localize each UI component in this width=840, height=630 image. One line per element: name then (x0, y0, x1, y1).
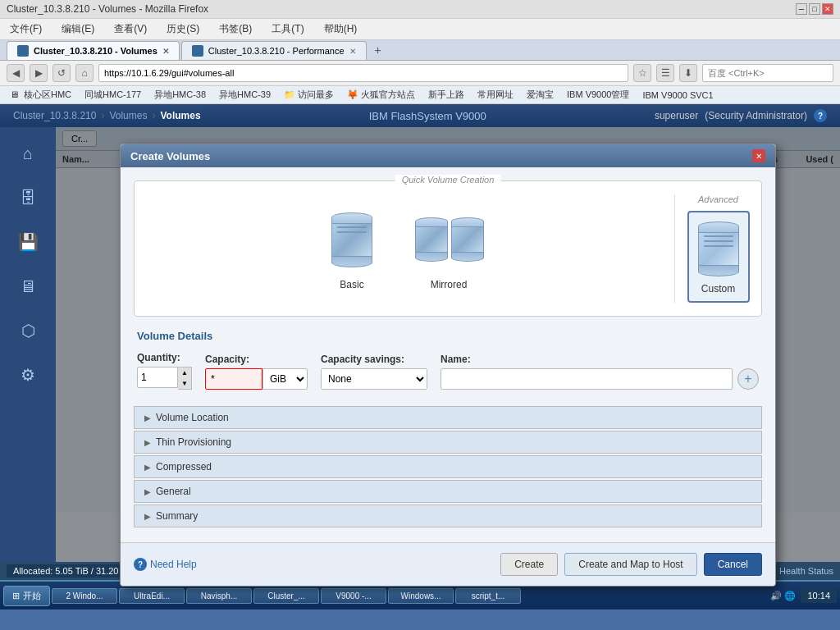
menu-file[interactable]: 文件(F) (7, 21, 45, 38)
name-input[interactable] (441, 368, 733, 390)
new-tab-button[interactable]: + (368, 40, 388, 60)
search-input[interactable] (702, 64, 833, 82)
sidebar-item-hosts[interactable]: 🖥 (8, 267, 48, 306)
nav-extra[interactable]: ⬇ (679, 64, 697, 82)
menu-tools[interactable]: 工具(T) (268, 21, 307, 38)
basic-cylinder-body (331, 217, 372, 262)
cancel-button[interactable]: Cancel (704, 553, 762, 576)
help-link[interactable]: ? Need Help (134, 558, 197, 571)
bookmark-most-visited[interactable]: 📁 访问最多 (281, 88, 337, 102)
bookmark-ibm-v9000[interactable]: IBM V9000管理 (564, 88, 632, 102)
modal-overlay: Create Volumes ✕ Quick Volume Creation (56, 127, 840, 562)
nav-icon[interactable]: ☰ (656, 64, 674, 82)
bookmark-label: 火狐官方站点 (361, 89, 415, 101)
tab-label-volumes: Cluster_10.3.8.210 - Volumes (34, 46, 158, 56)
quick-volume-creation-section: Quick Volume Creation (134, 180, 762, 317)
qvc-label: Quick Volume Creation (395, 175, 501, 185)
capacity-input-group: GiB TiB MiB (205, 368, 308, 390)
capacity-unit-select[interactable]: GiB TiB MiB (262, 368, 308, 390)
help-icon[interactable]: ? (814, 109, 827, 122)
menu-view[interactable]: 查看(V) (111, 21, 150, 38)
menu-edit[interactable]: 编辑(E) (58, 21, 98, 38)
thin-provisioning-header[interactable]: ▶ Thin Provisioning (135, 431, 761, 453)
start-button[interactable]: ⊞ 开始 (3, 586, 50, 606)
start-label: 开始 (23, 590, 41, 602)
sidebar-item-settings[interactable]: ⚙ (8, 355, 48, 395)
close-button[interactable]: ✕ (822, 3, 833, 15)
bookmark-hmc-38[interactable]: 异地HMC-38 (151, 88, 209, 102)
compressed-header[interactable]: ▶ Compressed (135, 456, 761, 477)
bookmark-hmc-177[interactable]: 同城HMC-177 (81, 88, 144, 102)
taskbar-item-1[interactable]: UltraEdi... (119, 588, 185, 604)
bookmark-firefox[interactable]: 🦊 火狐官方站点 (344, 88, 418, 102)
forward-button[interactable]: ▶ (30, 64, 48, 82)
minimize-button[interactable]: ─ (796, 3, 807, 15)
summary-section: ▶ Summary (134, 504, 762, 527)
taskbar-item-3[interactable]: Cluster_... (253, 588, 319, 604)
mirrored-icon (416, 207, 482, 272)
app-header: Cluster_10.3.8.210 › Volumes › Volumes I… (0, 104, 840, 127)
breadcrumb-volumes[interactable]: Volumes (109, 110, 147, 121)
tab-volumes[interactable]: Cluster_10.3.8.210 - Volumes ✕ (7, 41, 180, 60)
basic-option-label: Basic (340, 279, 363, 290)
tab-close-volumes[interactable]: ✕ (162, 47, 169, 56)
sidebar-item-storage[interactable]: 🗄 (8, 178, 48, 217)
browser-window-controls[interactable]: ─ □ ✕ (796, 3, 833, 15)
quantity-spinner[interactable]: ▲ ▼ (137, 367, 192, 390)
volume-location-header[interactable]: ▶ Volume Location (135, 407, 761, 428)
bookmark-hmc-39[interactable]: 异地HMC-39 (216, 88, 274, 102)
breadcrumb-sep1: › (101, 110, 104, 121)
modal-close-button[interactable]: ✕ (752, 149, 765, 162)
menu-bookmarks[interactable]: 书签(B) (216, 21, 255, 38)
home-icon: ⌂ (23, 144, 33, 163)
tray-icons: 🔊 🌐 (770, 591, 796, 601)
spinner-buttons[interactable]: ▲ ▼ (178, 367, 192, 390)
spinner-down-button[interactable]: ▼ (178, 378, 191, 389)
taskbar-item-4[interactable]: V9000 -... (321, 588, 386, 604)
spinner-up-button[interactable]: ▲ (178, 368, 191, 378)
taskbar-item-2[interactable]: Navisph... (186, 588, 252, 604)
bookmark-star[interactable]: ☆ (633, 64, 651, 82)
sidebar-item-pools[interactable]: ⬡ (8, 311, 48, 350)
quantity-input[interactable] (137, 367, 178, 388)
sidebar-item-volumes[interactable]: 💾 (8, 222, 48, 262)
add-name-button[interactable]: + (737, 368, 759, 390)
chevron-icon-compressed: ▶ (144, 463, 151, 472)
home-button[interactable]: ⌂ (75, 64, 94, 82)
menu-history[interactable]: 历史(S) (163, 21, 203, 38)
summary-header[interactable]: ▶ Summary (135, 505, 761, 527)
taskbar-item-0[interactable]: 2 Windo... (52, 588, 117, 604)
bookmark-hmc-core[interactable]: 🖥 核心区HMC (7, 88, 75, 102)
capacity-savings-select[interactable]: None Compression Deduplication (321, 368, 427, 390)
tab-performance[interactable]: Cluster_10.3.8.210 - Performance ✕ (181, 41, 367, 60)
create-button[interactable]: Create (500, 553, 558, 576)
bookmark-common[interactable]: 常用网址 (474, 88, 517, 102)
tab-close-performance[interactable]: ✕ (349, 47, 356, 56)
breadcrumb: Cluster_10.3.8.210 › Volumes › Volumes (13, 110, 201, 121)
sidebar-item-home[interactable]: ⌂ (8, 134, 48, 173)
taskbar-item-6[interactable]: script_t... (455, 588, 521, 604)
basic-volume-option[interactable]: Basic (321, 200, 383, 297)
custom-db-line-1 (704, 235, 733, 237)
menu-help[interactable]: 帮助(H) (321, 21, 361, 38)
bookmark-label: 爱淘宝 (527, 89, 554, 101)
bookmark-newuser[interactable]: 新手上路 (425, 88, 468, 102)
create-map-button[interactable]: Create and Map to Host (564, 553, 696, 576)
bookmark-taobao[interactable]: 爱淘宝 (523, 88, 557, 102)
breadcrumb-home[interactable]: Cluster_10.3.8.210 (13, 110, 96, 121)
bookmark-ibm-svc1[interactable]: IBM V9000 SVC1 (639, 88, 716, 102)
maximize-button[interactable]: □ (809, 3, 820, 15)
mirrored-volume-option[interactable]: Mirrored (409, 200, 488, 297)
refresh-button[interactable]: ↺ (52, 64, 71, 82)
db-line-2 (337, 231, 367, 233)
taskbar-item-5[interactable]: Windows... (388, 588, 454, 604)
custom-cylinder-top (698, 221, 739, 233)
general-section: ▶ General (134, 480, 762, 503)
custom-volume-option[interactable]: Custom (687, 211, 750, 303)
back-button[interactable]: ◀ (7, 64, 25, 82)
basic-cylinder-top (331, 212, 372, 224)
url-bar[interactable] (98, 64, 628, 82)
general-header[interactable]: ▶ General (135, 481, 761, 502)
capacity-input[interactable] (205, 368, 262, 390)
modal-footer: ? Need Help Create Create and Map to Hos… (121, 542, 775, 586)
